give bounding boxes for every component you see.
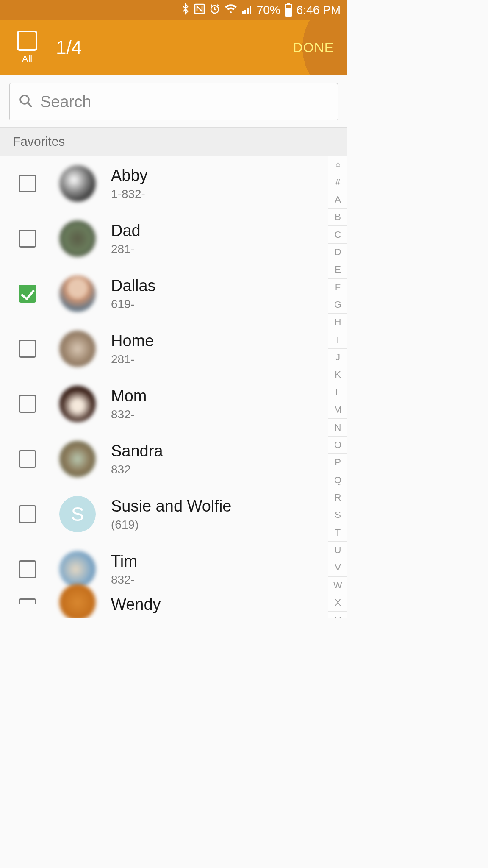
- index-letter[interactable]: W: [328, 577, 347, 594]
- contact-text: Dallas619-: [111, 276, 156, 311]
- contact-name: Tim: [111, 552, 137, 571]
- signal-icon: [241, 3, 252, 17]
- contact-text: Home281-: [111, 331, 154, 366]
- index-letter[interactable]: Y: [328, 612, 347, 618]
- contact-phone: 619-: [111, 298, 156, 311]
- contact-avatar: [59, 275, 96, 312]
- contact-checkbox[interactable]: [19, 285, 36, 303]
- contact-phone: 1-832-: [111, 187, 148, 201]
- contact-row[interactable]: Wendy: [0, 597, 328, 618]
- search-icon: [18, 93, 33, 110]
- status-icons: [181, 3, 252, 18]
- contact-avatar: [59, 331, 96, 367]
- index-letter[interactable]: T: [328, 524, 347, 542]
- select-all-toggle[interactable]: All: [17, 31, 37, 64]
- index-letter[interactable]: P: [328, 454, 347, 471]
- contact-text: Wendy: [111, 595, 161, 615]
- contact-checkbox[interactable]: [19, 230, 36, 248]
- contact-checkbox[interactable]: [19, 395, 36, 413]
- contact-name: Susie and Wolfie: [111, 497, 231, 516]
- contact-text: Tim832-: [111, 552, 137, 587]
- contact-name: Home: [111, 331, 154, 351]
- svg-rect-5: [250, 6, 251, 14]
- contact-phone: 832-: [111, 408, 147, 421]
- nfc-icon: [194, 3, 205, 17]
- bluetooth-icon: [181, 3, 190, 18]
- index-letter[interactable]: I: [328, 331, 347, 349]
- index-letter[interactable]: R: [328, 489, 347, 506]
- contact-checkbox[interactable]: [19, 598, 36, 604]
- contact-text: Sandra832: [111, 442, 163, 476]
- index-letter[interactable]: B: [328, 209, 347, 226]
- search-box[interactable]: [9, 83, 338, 120]
- index-letter[interactable]: D: [328, 244, 347, 261]
- contact-row[interactable]: Mom832-: [0, 376, 328, 431]
- contact-row[interactable]: Dad281-: [0, 211, 328, 266]
- contact-checkbox[interactable]: [19, 560, 36, 578]
- index-letter[interactable]: #: [328, 173, 347, 191]
- contact-name: Sandra: [111, 442, 163, 461]
- clock-time: 6:46 PM: [297, 3, 341, 17]
- search-container: [0, 75, 347, 127]
- wifi-icon: [225, 3, 237, 17]
- contacts-list[interactable]: Abby1-832-Dad281-Dallas619-Home281-Mom83…: [0, 156, 328, 618]
- index-letter[interactable]: G: [328, 296, 347, 314]
- index-letter[interactable]: S: [328, 506, 347, 524]
- index-letter[interactable]: Q: [328, 471, 347, 489]
- contact-row[interactable]: Home281-: [0, 321, 328, 376]
- index-letter[interactable]: K: [328, 366, 347, 384]
- contact-phone: 832: [111, 463, 163, 476]
- index-letter[interactable]: M: [328, 401, 347, 419]
- index-letter[interactable]: X: [328, 594, 347, 612]
- index-letter[interactable]: A: [328, 191, 347, 209]
- svg-rect-4: [247, 8, 249, 14]
- index-letter[interactable]: L: [328, 384, 347, 401]
- contact-name: Abby: [111, 166, 148, 186]
- selection-counter: 1/4: [56, 37, 82, 58]
- contact-row[interactable]: Tim832-: [0, 542, 328, 597]
- contact-checkbox[interactable]: [19, 340, 36, 358]
- contact-checkbox[interactable]: [19, 450, 36, 468]
- index-letter[interactable]: F: [328, 279, 347, 296]
- index-letter[interactable]: C: [328, 226, 347, 243]
- index-letter[interactable]: N: [328, 419, 347, 436]
- contact-avatar: [59, 386, 96, 422]
- select-all-checkbox[interactable]: [17, 31, 37, 51]
- status-bar: 70% 6:46 PM: [0, 0, 347, 20]
- contact-name: Dad: [111, 221, 141, 241]
- contact-name: Wendy: [111, 595, 161, 615]
- contact-avatar: [59, 551, 96, 587]
- contact-text: Abby1-832-: [111, 166, 148, 201]
- svg-point-6: [20, 95, 29, 104]
- battery-percent: 70%: [257, 3, 280, 17]
- index-letter[interactable]: U: [328, 542, 347, 559]
- battery-icon: [285, 4, 292, 17]
- index-letter[interactable]: ☆: [328, 156, 347, 173]
- index-letter[interactable]: E: [328, 261, 347, 278]
- contact-checkbox[interactable]: [19, 505, 36, 523]
- contact-text: Susie and Wolfie(619): [111, 497, 231, 531]
- index-letter[interactable]: H: [328, 314, 347, 331]
- contact-row[interactable]: Dallas619-: [0, 266, 328, 321]
- alphabet-index-strip[interactable]: ☆#ABCDEFGHIJKLMNOPQRSTUVWXYZ: [328, 156, 347, 618]
- contact-phone: 281-: [111, 353, 154, 366]
- index-letter[interactable]: O: [328, 437, 347, 454]
- index-letter[interactable]: J: [328, 349, 347, 366]
- contact-phone: (619): [111, 518, 231, 531]
- contact-phone: 832-: [111, 573, 137, 587]
- svg-rect-3: [244, 10, 246, 14]
- search-input[interactable]: [40, 93, 329, 111]
- contact-row[interactable]: Abby1-832-: [0, 156, 328, 211]
- selection-header: All 1/4 DONE: [0, 20, 347, 75]
- contact-avatar: S: [59, 496, 96, 532]
- index-letter[interactable]: V: [328, 559, 347, 576]
- done-button[interactable]: DONE: [293, 40, 337, 56]
- contact-text: Dad281-: [111, 221, 141, 256]
- alarm-icon: [209, 3, 220, 17]
- favorites-section-header: Favorites: [0, 127, 347, 156]
- contact-row[interactable]: Sandra832: [0, 431, 328, 487]
- svg-rect-2: [242, 11, 244, 14]
- contact-avatar: [59, 165, 96, 202]
- contact-checkbox[interactable]: [19, 175, 36, 192]
- contact-row[interactable]: SSusie and Wolfie(619): [0, 487, 328, 542]
